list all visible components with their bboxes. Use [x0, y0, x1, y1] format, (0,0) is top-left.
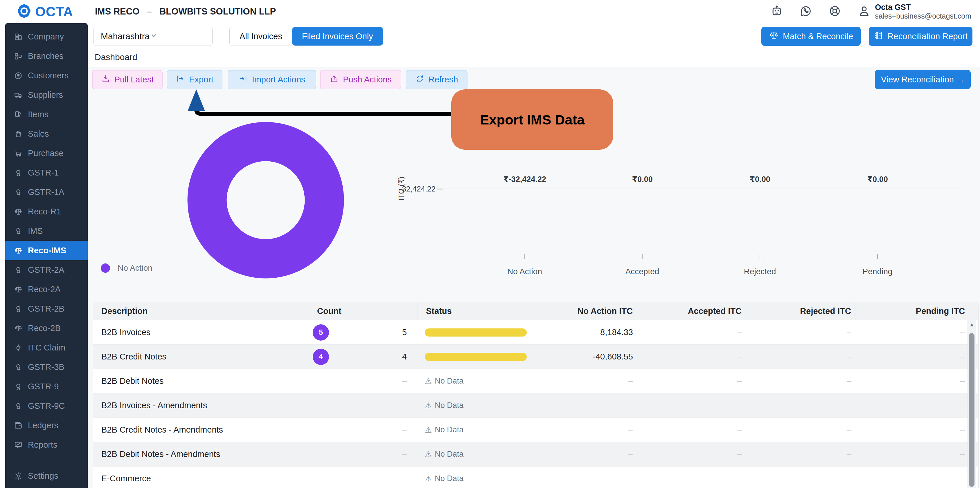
notebook-icon	[874, 30, 884, 40]
sidebar-item-label: Branches	[28, 51, 64, 61]
sidebar-item-sales[interactable]: Sales	[5, 124, 88, 144]
titlebar: IMS RECO – BLOWBITS SOLUTION LLP	[95, 6, 276, 17]
table-scrollbar[interactable]: ▲	[967, 320, 976, 488]
bar-chart-gridline	[444, 189, 961, 189]
sidebar-item-label: GSTR-2B	[28, 304, 64, 314]
sidebar-item-label: Purchase	[28, 149, 64, 158]
reconciliation-report-button[interactable]: Reconciliation Report	[869, 27, 972, 46]
state-select[interactable]: Maharashtra	[94, 27, 213, 46]
pull-latest-button[interactable]: Pull Latest	[92, 70, 162, 89]
cell-pending-itc: –	[856, 467, 978, 488]
push-actions-button[interactable]: Push Actions	[320, 70, 401, 89]
import-actions-button[interactable]: Import Actions	[228, 70, 316, 89]
cell-accepted-itc: –	[637, 393, 746, 417]
sidebar-item-customers[interactable]: Customers	[5, 66, 88, 85]
bag-icon	[14, 130, 23, 138]
count-badge: 5	[313, 324, 329, 341]
sidebar-item-reco-2b[interactable]: Reco-2B	[5, 318, 88, 338]
toggle-all-invoices[interactable]: All Invoices	[230, 27, 292, 46]
sidebar-item-itc-claim[interactable]: ITC Claim	[5, 338, 88, 357]
sidebar-item-purchase[interactable]: Purchase	[5, 144, 88, 163]
whatsapp-icon[interactable]	[799, 5, 812, 19]
x-axis-tick	[877, 254, 878, 259]
match-reconcile-button[interactable]: Match & Reconcile	[761, 27, 861, 46]
cell-description: E-Commerce	[93, 467, 309, 488]
state-select-value: Maharashtra	[101, 31, 150, 41]
cell-pending-itc: –	[856, 369, 978, 393]
donut-chart	[187, 122, 344, 279]
chevron-down-icon	[150, 31, 158, 42]
bar-value-label: ₹0.00	[590, 175, 695, 184]
customers-icon	[14, 71, 23, 80]
column-header-status: Status	[418, 302, 530, 320]
x-axis-label: Accepted	[590, 267, 695, 276]
upload-icon	[329, 74, 339, 83]
export-button[interactable]: Export	[167, 70, 223, 89]
cell-rejected-itc: –	[746, 369, 856, 393]
sidebar-item-label: Ledgers	[28, 421, 58, 430]
column-header-pending-itc: Pending ITC	[856, 302, 978, 320]
cell-description: B2B Credit Notes	[93, 345, 309, 369]
award-icon	[14, 188, 23, 197]
cell-count: –	[309, 369, 418, 393]
scales-icon	[14, 246, 23, 255]
cell-description: B2B Invoices - Amendments	[93, 393, 309, 417]
warning-icon: ⚠	[425, 401, 432, 410]
sidebar-item-items[interactable]: Items	[5, 105, 88, 124]
scales-icon	[769, 30, 779, 40]
sidebar-item-gstr-9c[interactable]: GSTR-9C	[5, 396, 88, 416]
column-header-no-action-itc: No Action ITC	[530, 302, 637, 320]
sidebar-item-suppliers[interactable]: Suppliers	[5, 85, 88, 105]
table-body: B2B Invoices558,184.33–––B2B Credit Note…	[93, 320, 978, 488]
sidebar-item-label: Company	[28, 32, 64, 41]
cell-rejected-itc: –	[746, 467, 856, 488]
assistant-robot-icon[interactable]	[770, 5, 783, 19]
toggle-filed-invoices-only[interactable]: Filed Invoices Only	[292, 27, 383, 46]
sidebar-item-gstr-2a[interactable]: GSTR-2A	[5, 260, 88, 280]
sidebar-item-gstr-9[interactable]: GSTR-9	[5, 377, 88, 396]
sidebar-item-gstr-1[interactable]: GSTR-1	[5, 163, 88, 182]
summary-table: DescriptionCountStatusNo Action ITCAccep…	[93, 302, 978, 488]
sidebar-item-gstr-3b[interactable]: GSTR-3B	[5, 357, 88, 377]
octa-logo-icon	[16, 3, 32, 20]
cell-description: B2B Credit Notes - Amendments	[93, 418, 309, 442]
cell-rejected-itc: –	[746, 345, 856, 369]
sidebar-item-ims[interactable]: IMS	[5, 221, 88, 241]
cell-no-action-itc: –	[530, 369, 637, 393]
view-reconciliation-button[interactable]: View Reconciliation →	[875, 70, 971, 89]
refresh-icon	[415, 74, 425, 85]
account-menu[interactable]: Octa GST sales+business@octagst.com	[858, 3, 971, 20]
sidebar-item-reco-2a[interactable]: Reco-2A	[5, 280, 88, 299]
sidebar-item-reports[interactable]: Reports	[5, 435, 88, 455]
refresh-button[interactable]: Refresh	[406, 70, 468, 89]
annotation-callout: Export IMS Data	[451, 89, 613, 150]
no-data-label: No Data	[435, 474, 463, 483]
sidebar-item-gstr-1a[interactable]: GSTR-1A	[5, 182, 88, 202]
count-value: 4	[402, 352, 407, 361]
sidebar-item-settings[interactable]: Settings	[5, 466, 88, 486]
sidebar: CompanyBranchesCustomersSuppliersItemsSa…	[5, 23, 88, 488]
cell-count: –	[309, 418, 418, 442]
sidebar-item-reco-r1[interactable]: Reco-R1	[5, 202, 88, 221]
cell-status: ⚠No Data	[418, 369, 530, 393]
scroll-up-icon[interactable]: ▲	[968, 322, 976, 328]
app-header: OCTA IMS RECO – BLOWBITS SOLUTION LLP Oc…	[0, 0, 980, 23]
sidebar-item-ledgers[interactable]: Ledgers	[5, 416, 88, 435]
user-icon	[858, 4, 871, 18]
sidebar-item-branches[interactable]: Branches	[5, 46, 88, 66]
donut-legend[interactable]: No Action	[101, 263, 153, 273]
sidebar-item-label: Customers	[28, 71, 68, 80]
sidebar-item-company[interactable]: Company	[5, 27, 88, 46]
help-lifebuoy-icon[interactable]	[829, 5, 841, 19]
cell-accepted-itc: –	[637, 442, 746, 466]
sidebar-item-gstr-2b[interactable]: GSTR-2B	[5, 299, 88, 318]
table-row: B2B Debit Notes - Amendments–⚠No Data–––…	[93, 442, 978, 467]
column-header-rejected-itc: Rejected ITC	[746, 302, 856, 320]
cell-accepted-itc: –	[637, 345, 746, 369]
sidebar-item-reco-ims[interactable]: Reco-IMS	[5, 241, 88, 260]
scrollbar-thumb[interactable]	[969, 333, 974, 487]
sidebar-item-label: Settings	[28, 471, 58, 481]
brand-logo[interactable]: OCTA	[16, 3, 89, 20]
cell-count: –	[309, 393, 418, 417]
cell-accepted-itc: –	[637, 369, 746, 393]
